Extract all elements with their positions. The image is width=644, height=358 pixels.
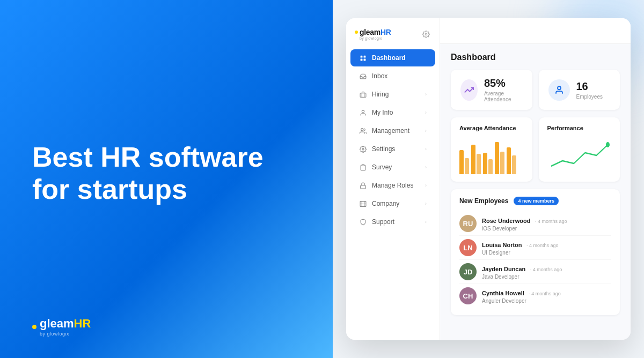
employee-item-cynthia: CH Cynthia Howell · 4 months ago Anguler…	[459, 284, 611, 308]
employee-item-jayden: JD Jayden Duncan · 4 months ago Java Dev…	[459, 260, 611, 284]
svg-point-7	[361, 128, 363, 130]
inbox-icon	[359, 72, 367, 80]
lock-icon	[359, 182, 367, 189]
bar	[507, 147, 511, 174]
person-icon-wrap	[548, 79, 570, 101]
clipboard-icon	[359, 163, 367, 171]
briefcase-icon	[359, 91, 367, 98]
sidebar-item-label-my-info: My Info	[372, 109, 393, 116]
employee-item-louisa: LN Louisa Norton · 4 months ago UI Desig…	[459, 236, 611, 260]
chevron-right-icon-8: ›	[425, 219, 427, 225]
bar	[477, 154, 481, 174]
chart-title-performance: Performance	[547, 125, 612, 131]
hero-logo-text: gleamHR by glowlogix	[40, 317, 91, 337]
stat-card-attendance: 85% Average Attendence	[451, 70, 532, 110]
stat-value-attendance: 85%	[484, 77, 523, 89]
users-icon	[359, 127, 367, 135]
sidebar-item-support[interactable]: Support ›	[350, 213, 435, 230]
sidebar-item-my-info[interactable]: My Info ›	[350, 104, 435, 121]
sidebar-item-settings[interactable]: Settings ›	[350, 140, 435, 158]
employee-name-louisa: Louisa Norton	[482, 242, 522, 248]
settings-icon[interactable]	[421, 29, 431, 39]
bar	[459, 150, 464, 174]
sidebar-item-inbox[interactable]: Inbox	[350, 68, 435, 85]
sidebar-logo-area: gleamHR by glowlogix	[346, 18, 440, 46]
avatar-louisa: LN	[459, 239, 477, 256]
employee-time-jayden: · 4 months ago	[530, 267, 562, 272]
chart-title-attendance: Average Attendance	[459, 125, 524, 131]
bar	[483, 153, 487, 174]
chevron-right-icon-5: ›	[425, 165, 427, 170]
sidebar-logo-sub: by glowlogix	[360, 36, 391, 40]
sidebar-item-label-dashboard: Dashboard	[372, 54, 406, 62]
hero-section: Best HR software for startups gleamHR by…	[0, 0, 333, 358]
logo-gleam: gleam	[40, 317, 74, 330]
settings-nav-icon	[359, 145, 367, 153]
chevron-right-icon-3: ›	[425, 128, 427, 133]
chart-card-attendance: Average Attendance	[451, 117, 532, 182]
main-content: Dashboard 85% Average Attendence	[440, 18, 631, 340]
sidebar-item-hiring[interactable]: Hiring ›	[350, 86, 435, 103]
svg-point-12	[558, 86, 561, 89]
employee-role-louisa: UI Designer	[482, 250, 611, 256]
svg-rect-1	[360, 55, 362, 57]
avatar-cynthia: CH	[459, 287, 477, 304]
svg-point-0	[425, 33, 427, 35]
chevron-right-icon-4: ›	[425, 146, 427, 152]
sidebar-item-dashboard[interactable]: Dashboard	[350, 49, 435, 66]
new-employees-badge: 4 new members	[514, 197, 559, 205]
sidebar-item-survey[interactable]: Survey ›	[350, 159, 435, 176]
svg-rect-5	[360, 93, 366, 97]
svg-point-13	[605, 142, 609, 147]
main-header	[440, 18, 631, 44]
chevron-right-icon-6: ›	[425, 183, 427, 188]
bar	[512, 155, 516, 174]
app-window: gleamHR by glowlogix	[346, 18, 631, 340]
svg-rect-3	[360, 58, 362, 61]
sidebar-logo-dot-icon	[355, 31, 358, 34]
logo-sub: by glowlogix	[40, 331, 91, 337]
bar	[488, 159, 493, 174]
logo-dot-icon	[32, 325, 36, 329]
avatar-rose: RU	[459, 215, 477, 232]
stat-label-attendance: Average Attendence	[484, 91, 523, 102]
sidebar-item-company[interactable]: Company ›	[350, 195, 435, 212]
user-icon	[359, 109, 367, 116]
sidebar-item-management[interactable]: Management ›	[350, 122, 435, 139]
bar-chart	[459, 137, 524, 174]
chevron-right-icon-7: ›	[425, 201, 427, 206]
sidebar-item-label-manage-roles: Manage Roles	[372, 182, 413, 189]
employee-name-rose: Rose Underwood	[482, 218, 530, 224]
sidebar: gleamHR by glowlogix	[346, 18, 440, 340]
sidebar-item-label-settings: Settings	[372, 145, 395, 153]
logo-hr: HR	[74, 317, 91, 330]
main-body: Dashboard 85% Average Attendence	[440, 44, 631, 324]
svg-point-6	[362, 110, 364, 112]
svg-point-8	[362, 148, 363, 150]
app-area: gleamHR by glowlogix	[333, 0, 644, 358]
sidebar-item-label-inbox: Inbox	[372, 72, 387, 80]
bar	[500, 152, 504, 174]
avatar-jayden: JD	[459, 263, 477, 280]
new-employees-card: New Employees 4 new members RU Rose Unde…	[451, 189, 620, 315]
employee-role-jayden: Java Developer	[482, 274, 611, 280]
sidebar-logo: gleamHR by glowlogix	[355, 28, 391, 40]
employee-name-cynthia: Cynthia Howell	[482, 290, 524, 296]
employee-time-rose: · 4 months ago	[535, 219, 567, 224]
stat-label-employees: Employees	[576, 94, 603, 100]
svg-rect-2	[363, 55, 365, 57]
chevron-right-icon: ›	[425, 92, 427, 97]
sidebar-item-label-company: Company	[372, 200, 399, 207]
hero-logo: gleamHR by glowlogix	[32, 317, 91, 337]
sidebar-item-manage-roles[interactable]: Manage Roles ›	[350, 177, 435, 194]
employee-role-rose: iOS Developer	[482, 226, 611, 232]
sidebar-item-label-hiring: Hiring	[372, 91, 389, 98]
chart-card-performance: Performance	[539, 117, 620, 182]
employee-time-louisa: · 4 months ago	[526, 243, 559, 248]
page-title: Dashboard	[451, 53, 620, 62]
chevron-right-icon-2: ›	[425, 110, 427, 115]
shield-icon	[359, 218, 367, 226]
grid-icon	[359, 54, 367, 62]
sidebar-item-label-management: Management	[372, 127, 409, 135]
employee-role-cynthia: Anguler Developer	[482, 298, 611, 304]
